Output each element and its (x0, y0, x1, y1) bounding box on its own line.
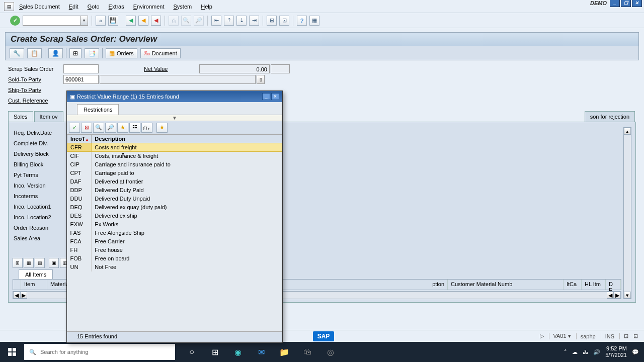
incoterm-col[interactable]: IncoT (67, 135, 92, 143)
table-row[interactable]: DESDelivered ex ship (67, 212, 282, 220)
itca-col[interactable]: ItCa (564, 280, 582, 290)
window-restore-icon[interactable]: ❐ (621, 0, 631, 7)
table-row[interactable]: DDUDelivered Duty Unpaid (67, 195, 282, 203)
tray-up-icon[interactable]: ˄ (564, 349, 567, 355)
header-output-button[interactable]: 📑 (85, 48, 99, 58)
hlitm-col[interactable]: HL Itm (582, 280, 606, 290)
select-all-icon[interactable]: ▦ (24, 258, 34, 268)
header-partner-button[interactable]: 👤 (48, 48, 63, 58)
explorer-icon[interactable]: 📁 (273, 342, 296, 362)
table-row[interactable]: DAFDelivered at frontier (67, 177, 282, 186)
display-header-button[interactable]: 🔧 (10, 48, 24, 58)
table-row[interactable]: FASFree Alongside Ship (67, 229, 282, 237)
app-icon[interactable]: ◎ (319, 342, 342, 362)
restrictions-tab[interactable]: Restrictions (77, 104, 119, 115)
popup-find-next-icon[interactable]: 🔎 (105, 123, 116, 133)
popup-min-icon[interactable]: _ (262, 93, 270, 100)
find-icon[interactable]: 🔍 (181, 16, 191, 26)
notification-icon[interactable]: 💬 (632, 349, 639, 355)
taskbar-search[interactable]: 🔍 Search for anything (24, 344, 175, 360)
enter-button[interactable]: ✓ (10, 16, 20, 26)
popup-titlebar[interactable]: ▣ Restrict Value Range (1) 15 Entries fo… (67, 91, 282, 102)
popup-filter-row[interactable]: ▼ (67, 115, 282, 121)
popup-personal-icon[interactable]: ☷ (129, 123, 140, 133)
back-icon[interactable]: « (96, 16, 106, 26)
menu-environment[interactable]: Environment (133, 4, 165, 10)
menu-help[interactable]: Help (201, 4, 212, 10)
popup-accept-icon[interactable]: ✓ (69, 123, 80, 133)
shortcut-icon[interactable]: ⊡ (279, 16, 289, 26)
save-icon[interactable]: 💾 (108, 16, 118, 26)
menu-goto[interactable]: Goto (88, 4, 100, 10)
taskview-icon[interactable]: ⊞ (203, 342, 226, 362)
vertical-scrollbar[interactable]: ▴ ▾ (623, 127, 631, 299)
window-min-icon[interactable]: _ (610, 0, 620, 7)
exit-icon[interactable]: ◀ (138, 16, 148, 26)
new-session-icon[interactable]: ⊞ (267, 16, 277, 26)
table-row[interactable]: CIFCosts, insurance & freight (67, 152, 282, 160)
popup-find-icon[interactable]: 🔍 (93, 123, 104, 133)
onedrive-icon[interactable]: ☁ (572, 349, 578, 355)
tab-item-overview[interactable]: Item ov (34, 111, 63, 122)
table-row[interactable]: CIPCarriage and insurance paid to (67, 160, 282, 169)
prev-page-icon[interactable]: ⇡ (224, 16, 234, 26)
table-row[interactable]: UNNot Free (67, 263, 282, 272)
menu-edit[interactable]: Edit (69, 4, 78, 10)
cancel-icon[interactable]: ◀ (151, 16, 161, 26)
grid-icon-1[interactable]: ▣ (49, 258, 59, 268)
clock[interactable]: 9:52 PM 5/7/2021 (605, 345, 627, 358)
table-row[interactable]: DEQDelivered ex quay (duty paid) (67, 203, 282, 212)
scrap-order-input[interactable] (63, 64, 99, 73)
item-col[interactable]: Item (21, 280, 47, 290)
window-close-icon[interactable]: ✕ (632, 0, 642, 7)
table-row[interactable]: DDPDelivered Duty Paid (67, 186, 282, 195)
tab-reason-rejection[interactable]: son for rejection (585, 111, 635, 122)
table-row[interactable]: FOBFree on board (67, 254, 282, 263)
store-icon[interactable]: 🛍 (296, 342, 319, 362)
layout-icon[interactable]: ▦ (309, 16, 319, 26)
status-icon[interactable]: ⊡ (619, 333, 628, 339)
propose-items-button[interactable]: 📋 (27, 48, 42, 58)
header-text-button[interactable]: ⊞ (69, 48, 82, 58)
popup-print-icon[interactable]: ⎙▾ (141, 123, 152, 133)
row-selector-col[interactable] (13, 280, 21, 290)
network-icon[interactable]: 🖧 (583, 349, 588, 355)
help-icon[interactable]: ? (297, 16, 307, 26)
find-next-icon[interactable]: 🔎 (194, 16, 204, 26)
nav-indicator-icon[interactable]: ▷ (540, 333, 544, 339)
menu-extras[interactable]: Extras (109, 4, 124, 10)
sold-to-search-icon[interactable]: ▯ (257, 75, 265, 84)
description-col[interactable]: Description (92, 135, 282, 143)
tab-sales[interactable]: Sales (8, 111, 33, 122)
popup-cancel-icon[interactable]: ⊠ (81, 123, 92, 133)
popup-star-icon[interactable]: ★ (117, 123, 128, 133)
print-icon[interactable]: ⎙ (169, 16, 179, 26)
orders-button[interactable]: ▦Orders (106, 48, 137, 58)
cust-mat-col[interactable]: Customer Material Numb (448, 280, 564, 290)
cortana-icon[interactable]: ○ (180, 342, 203, 362)
command-field[interactable]: ▾ (23, 16, 88, 26)
popup-fav-icon[interactable]: ★ (156, 123, 168, 133)
sold-to-input[interactable] (63, 75, 99, 84)
menu-system[interactable]: System (174, 4, 192, 10)
config-icon[interactable]: ⊞ (13, 258, 23, 268)
menu-icon[interactable]: ▤ (4, 2, 14, 11)
table-row[interactable]: CFRCosts and freight (67, 143, 282, 152)
edge-icon[interactable]: ◉ (226, 342, 250, 362)
table-row[interactable]: FCAFree Carrier (67, 237, 282, 246)
document-button[interactable]: ‰Document (140, 48, 181, 58)
table-row[interactable]: FHFree house (67, 246, 282, 254)
back-green-icon[interactable]: ◀ (126, 16, 136, 26)
volume-icon[interactable]: 🔊 (593, 349, 600, 355)
df-col[interactable]: D F (606, 280, 621, 290)
last-page-icon[interactable]: ⇥ (249, 16, 259, 26)
table-row[interactable]: CPTCarriage paid to (67, 169, 282, 177)
popup-close-icon[interactable]: ✕ (271, 93, 279, 100)
menu-sales-document[interactable]: Sales Document (19, 4, 60, 10)
first-page-icon[interactable]: ⇤ (211, 16, 221, 26)
next-page-icon[interactable]: ⇣ (236, 16, 247, 26)
start-button[interactable] (0, 342, 24, 362)
mail-icon[interactable]: ✉ (250, 342, 273, 362)
table-row[interactable]: EXWEx Works (67, 220, 282, 229)
deselect-icon[interactable]: ▤ (35, 258, 45, 268)
